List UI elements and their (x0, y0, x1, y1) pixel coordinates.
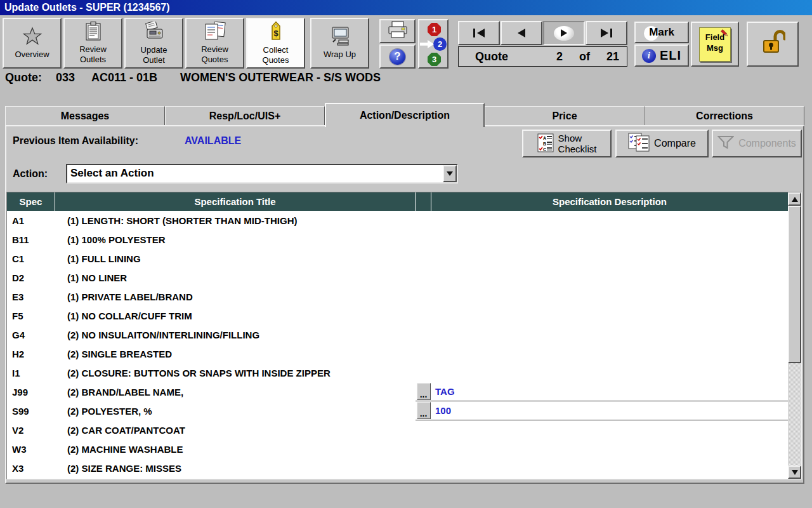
compare-button[interactable]: Compare (615, 130, 709, 157)
table-row[interactable]: D2 (1) NO LINER (7, 268, 788, 287)
quote-number: 033 (56, 71, 75, 84)
spec-title: (1) FULL LINING (55, 249, 416, 268)
update-outlet-label: Update Outlet (141, 45, 167, 65)
spec-code: X3 (7, 458, 55, 478)
spec-code: C1 (7, 249, 55, 268)
overview-button[interactable]: Overview (3, 18, 62, 69)
wrap-up-button[interactable]: Wrap Up (310, 18, 369, 69)
review-outlets-button[interactable]: Review Outlets (63, 18, 122, 69)
first-record-button[interactable] (458, 21, 500, 45)
spec-description (431, 249, 788, 268)
review-quotes-button[interactable]: Review Quotes (185, 18, 244, 69)
spec-description (431, 268, 788, 287)
clipboard-icon (85, 22, 102, 43)
table-header: Spec Specification Title Specification D… (7, 192, 788, 211)
show-checklist-label: Show Checklist (558, 133, 597, 155)
scroll-up-button[interactable] (788, 192, 801, 206)
ellipsis-cell (416, 249, 431, 268)
spec-description (431, 306, 788, 325)
spec-code: G4 (7, 325, 55, 344)
field-msg-button[interactable]: Field Msg (691, 22, 739, 67)
update-outlet-button[interactable]: Update Outlet (124, 18, 183, 69)
table-row[interactable]: E3 (1) PRIVATE LABEL/BRAND (7, 287, 788, 306)
table-row[interactable]: H2 (2) SINGLE BREASTED (7, 344, 788, 363)
previous-record-button[interactable] (501, 21, 542, 45)
spec-title: (1) LENGTH: SHORT (SHORTER THAN MID-THIG… (55, 211, 416, 230)
ellipsis-cell (416, 268, 431, 287)
table-row[interactable]: W3 (2) MACHINE WASHABLE (7, 439, 788, 458)
spec-description (431, 325, 788, 344)
header-description: Specification Description (431, 192, 788, 211)
spec-code: J99 (7, 382, 55, 401)
unlock-button[interactable] (747, 22, 799, 67)
unlock-icon (760, 30, 785, 59)
eli-label: ELI (660, 48, 681, 63)
scrollbar-thumb[interactable] (788, 206, 801, 363)
spec-title: (2) POLYESTER, % (55, 401, 416, 420)
steps-button[interactable]: 1 2 3 (418, 19, 449, 69)
spec-title: (2) NO INSULAITON/INTERLINING/FILLING (55, 325, 416, 344)
print-button[interactable] (379, 19, 416, 43)
ellipsis-button[interactable]: ... (417, 383, 431, 400)
window-title: Update Outlets - SUPER (1234567) (4, 2, 170, 13)
star-icon (22, 27, 43, 48)
spec-code: V2 (7, 420, 55, 439)
mark-button[interactable]: Mark (634, 22, 689, 43)
spec-code: F5 (7, 306, 55, 325)
table-row[interactable]: B11 (1) 100% POLYESTER (7, 230, 788, 249)
spec-description (431, 287, 788, 306)
tab-messages[interactable]: Messages (5, 106, 165, 126)
quote-label: Quote: (5, 71, 42, 84)
tab-corrections[interactable]: Corrections (645, 106, 804, 126)
dropdown-arrow-button[interactable] (443, 165, 457, 182)
show-checklist-button[interactable]: A B C Show Checklist (522, 130, 612, 157)
svg-text:C: C (543, 147, 546, 152)
help-button[interactable]: ? (379, 44, 416, 69)
spec-code: B11 (7, 230, 55, 249)
eli-button[interactable]: i ELI (634, 44, 689, 67)
compare-label: Compare (654, 138, 696, 149)
next-record-button[interactable] (543, 21, 585, 45)
ellipsis-cell (416, 325, 431, 344)
tab-action-description[interactable]: Action/Description (325, 103, 485, 127)
spec-title: (2) CLOSURE: BUTTONS OR SNAPS WITH INSID… (55, 363, 416, 382)
ellipsis-cell (416, 363, 431, 382)
printer-icon (387, 21, 409, 41)
table-row[interactable]: A1 (1) LENGTH: SHORT (SHORTER THAN MID-T… (7, 211, 788, 230)
spec-description[interactable]: 100 (431, 401, 788, 420)
scroll-down-button[interactable] (788, 465, 801, 479)
tab-resp-loc-uis[interactable]: Resp/Loc/UIS+ (165, 106, 325, 126)
spec-title: (2) MACHINE WASHABLE (55, 439, 416, 458)
spec-description[interactable]: TAG (431, 382, 788, 401)
title-bar: Update Outlets - SUPER (1234567) (0, 0, 812, 15)
action-dropdown[interactable]: Select an Action (66, 164, 458, 184)
table-row[interactable]: I1 (2) CLOSURE: BUTTONS OR SNAPS WITH IN… (7, 363, 788, 382)
ellipsis-cell: ... (416, 401, 431, 420)
table-row[interactable]: S99 (2) POLYESTER, % ... 100 (7, 401, 788, 420)
table-row[interactable]: F5 (1) NO COLLAR/CUFF TRIM (7, 306, 788, 325)
last-record-button[interactable] (586, 21, 627, 45)
record-of-label: of (579, 50, 590, 64)
mark-label: Mark (649, 26, 674, 39)
table-row[interactable]: V2 (2) CAR COAT/PANTCOAT (7, 420, 788, 439)
ellipsis-button[interactable]: ... (417, 402, 431, 419)
table-row[interactable]: C1 (1) FULL LINING (7, 249, 788, 268)
collect-quotes-button[interactable]: $ Collect Quotes (246, 18, 305, 69)
spec-description (431, 211, 788, 230)
spec-description (431, 420, 788, 439)
record-counter-label: Quote (475, 50, 508, 64)
computer-icon (329, 27, 351, 48)
header-title: Specification Title (55, 192, 416, 211)
table-row[interactable]: G4 (2) NO INSULAITON/INTERLINING/FILLING (7, 325, 788, 344)
compare-checklists-icon (628, 133, 650, 154)
ellipsis-cell (416, 287, 431, 306)
record-total: 21 (606, 50, 619, 64)
tab-price[interactable]: Price (485, 106, 645, 126)
ellipsis-cell (416, 211, 431, 230)
spec-code: S99 (7, 401, 55, 420)
table-row[interactable]: J99 (2) BRAND/LABEL NAME, ... TAG (7, 382, 788, 401)
table-row[interactable]: X3 (2) SIZE RANGE: MISSES (7, 458, 788, 478)
scrollbar-track[interactable] (788, 363, 801, 465)
spec-title: (1) NO COLLAR/CUFF TRIM (55, 306, 416, 325)
spec-description (431, 439, 788, 458)
